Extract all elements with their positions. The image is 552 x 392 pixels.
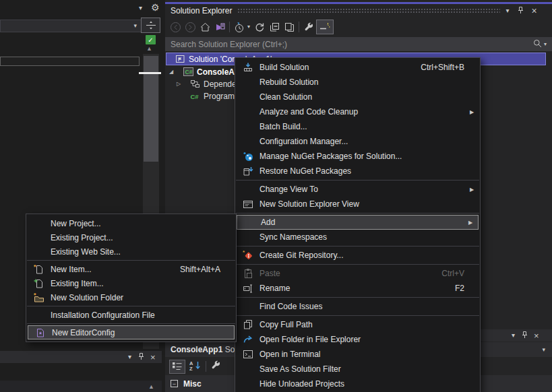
menu-item-find-code-issues[interactable]: Find Code Issues (235, 299, 480, 314)
rename-icon (241, 283, 255, 294)
svg-text:*: * (34, 264, 36, 270)
menu-item-add[interactable]: Add ▶ (237, 215, 479, 230)
collapsed-arrow-icon[interactable]: ▷ (174, 81, 183, 87)
refresh-icon[interactable] (252, 20, 267, 34)
menu-item-new-solution-folder[interactable]: * New Solution Folder (26, 290, 236, 304)
properties-object-name: ConsoleApp1 (171, 345, 222, 354)
categorized-icon[interactable] (169, 360, 185, 374)
editorconfig-icon (34, 327, 47, 338)
menu-item-analyze-and-code-cleanup[interactable]: Analyze and Code Cleanup ▶ (235, 104, 480, 119)
chevron-down-icon[interactable]: ▾ (128, 354, 131, 360)
scroll-up-icon[interactable]: ▲ (148, 383, 154, 390)
menu-item-batch-build[interactable]: Batch Build... (235, 119, 480, 134)
menu-item-new-item[interactable]: * New Item... Shift+Alt+A (26, 262, 236, 276)
menu-item-rename[interactable]: Rename F2 (235, 281, 480, 296)
menu-separator (27, 260, 235, 261)
switch-views-icon[interactable] (212, 20, 227, 34)
toolbar-separator (206, 361, 206, 372)
menu-item-rebuild-solution[interactable]: Rebuild Solution (235, 75, 480, 90)
chevron-down-icon[interactable]: ▾ (542, 347, 545, 353)
solution-icon (175, 54, 185, 64)
show-all-files-icon[interactable] (282, 20, 297, 34)
collapse-all-icon[interactable] (267, 20, 282, 34)
bottom-left-tool-window: ▾ × ▲ (0, 351, 162, 392)
chevron-down-icon[interactable]: ▾ (505, 7, 509, 14)
menu-item-existing-item[interactable]: Existing Item... (26, 276, 236, 290)
menu-item-new-solution-explorer-view[interactable]: New Solution Explorer View (235, 197, 480, 211)
close-icon[interactable]: × (150, 353, 156, 362)
category-label: Misc (183, 379, 202, 389)
paste-icon (241, 268, 255, 279)
submenu-arrow-icon: ▶ (470, 109, 480, 115)
submenu-arrow-icon: ▶ (470, 187, 480, 193)
bottom-left-scroll-strip: ▲ (0, 381, 162, 392)
editor-navigation-dropdown[interactable]: ▾ (0, 20, 142, 32)
menu-item-existing-web-site[interactable]: Existing Web Site... (26, 244, 236, 259)
menu-separator (236, 297, 479, 298)
properties-wrench-icon[interactable] (210, 360, 222, 373)
pin-icon[interactable] (521, 331, 528, 341)
chevron-down-icon[interactable]: ▾ (247, 24, 250, 30)
menu-item-configuration-manager[interactable]: Configuration Manager... (235, 134, 480, 149)
menu-item-open-in-terminal[interactable]: Open in Terminal (235, 347, 480, 362)
forward-icon[interactable] (183, 20, 197, 34)
menu-item-hide-unloaded-projects[interactable]: Hide Unloaded Projects (235, 377, 480, 391)
pin-icon[interactable] (517, 6, 524, 16)
new-solution-folder-icon: * (32, 292, 46, 303)
dependencies-icon (189, 79, 200, 89)
expanded-arrow-icon[interactable]: ◢ (166, 69, 176, 75)
search-box[interactable]: ▾ (165, 37, 552, 51)
menu-separator (27, 323, 235, 324)
chevron-down-icon[interactable]: ▾ (544, 42, 547, 47)
back-icon[interactable] (168, 20, 183, 34)
menu-item-copy-full-path[interactable]: Copy Full Path (235, 317, 480, 332)
pin-icon[interactable] (137, 352, 145, 362)
menu-item-sync-namespaces[interactable]: Sync Namespaces (235, 230, 480, 244)
build-icon (241, 62, 255, 73)
menu-item-build-solution[interactable]: Build Solution Ctrl+Shift+B (235, 60, 480, 75)
svg-text:Z: Z (189, 366, 193, 371)
close-icon[interactable]: × (534, 331, 539, 340)
pending-changes-filter-icon[interactable] (232, 20, 247, 34)
search-input[interactable] (171, 40, 460, 49)
split-editor-button[interactable] (141, 18, 160, 33)
gear-icon[interactable]: ⚙ (151, 3, 160, 12)
menu-item-new-project[interactable]: New Project... (26, 216, 236, 230)
menu-item-restore-nuget-packages[interactable]: Restore NuGet Packages (235, 164, 480, 178)
visual-studio-window: { "icons": { "dropdown_chevron": "▾", "s… (0, 0, 552, 392)
solution-explorer-titlebar[interactable]: Solution Explorer ▾ × (165, 4, 552, 18)
menu-item-paste[interactable]: Paste Ctrl+V (235, 266, 480, 281)
chevron-down-icon[interactable]: ▾ (512, 332, 515, 339)
menu-item-save-as-solution-filter[interactable]: Save As Solution Filter (235, 362, 480, 377)
menu-item-new-editorconfig[interactable]: New EditorConfig (28, 325, 235, 339)
search-icon[interactable] (533, 39, 542, 50)
minus-icon: − (173, 381, 176, 387)
document-health-indicator[interactable]: ✓ (146, 35, 156, 44)
menu-item-manage-nuget-packages[interactable]: Manage NuGet Packages for Solution... (235, 149, 480, 164)
menu-item-clean-solution[interactable]: Clean Solution (235, 90, 480, 104)
new-item-icon: * (32, 264, 46, 275)
chevron-down-icon[interactable]: ▾ (139, 5, 142, 11)
svg-text:C#: C# (190, 93, 199, 100)
add-submenu: New Project... Existing Project... Exist… (26, 214, 237, 342)
copy-icon (241, 319, 255, 330)
collapse-category-icon[interactable]: − (171, 380, 178, 387)
properties-icon[interactable] (301, 20, 316, 34)
check-icon: ✓ (148, 36, 153, 44)
menu-separator (236, 264, 479, 265)
menu-separator (236, 246, 479, 247)
menu-item-installation-configuration-file[interactable]: Installation Configuration File (26, 308, 236, 322)
menu-item-change-view-to[interactable]: Change View To ▶ (235, 182, 480, 197)
sort-alphabetical-icon[interactable]: AZ (189, 360, 202, 373)
scroll-up-icon[interactable]: ▲ (146, 45, 152, 52)
chevron-down-icon: ▾ (133, 23, 137, 29)
editor-selection-outline (0, 57, 140, 66)
menu-item-existing-project[interactable]: Existing Project... (26, 230, 236, 244)
menu-item-create-git-repository[interactable]: * Create Git Repository... (235, 248, 480, 263)
menu-item-open-folder-in-file-explorer[interactable]: Open Folder in File Explorer (235, 332, 480, 347)
close-icon[interactable]: × (531, 6, 536, 15)
csharp-file-icon: C# (189, 91, 200, 101)
sync-with-active-document-icon[interactable] (316, 20, 334, 34)
bottom-left-titlebar: ▾ × (0, 351, 162, 363)
home-icon[interactable] (197, 20, 212, 34)
